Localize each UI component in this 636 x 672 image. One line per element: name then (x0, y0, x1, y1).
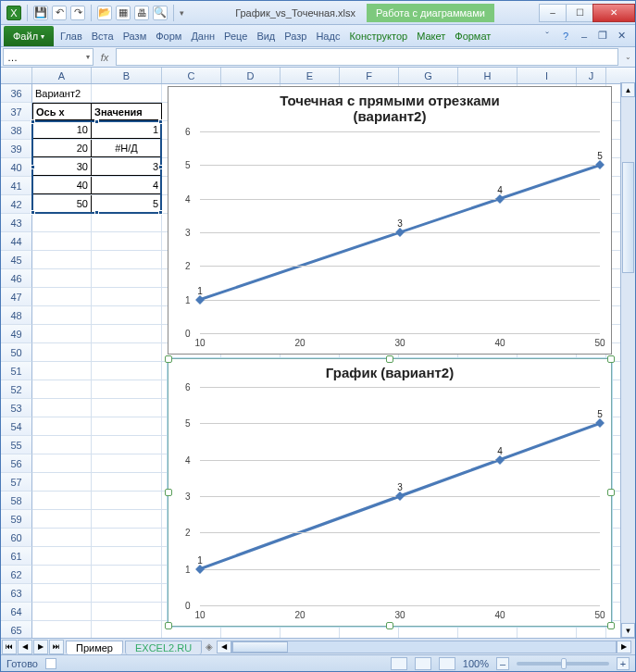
cell[interactable] (32, 232, 92, 250)
col-C[interactable]: C (162, 68, 221, 83)
sheet-nav-next[interactable]: ▶ (33, 640, 48, 654)
cell[interactable] (92, 529, 162, 546)
cell[interactable] (32, 454, 92, 472)
sheet-nav-last[interactable]: ⏭ (49, 640, 64, 654)
sheet-nav-first[interactable]: ⏮ (2, 640, 17, 654)
macro-record-icon[interactable] (45, 658, 56, 669)
cell[interactable] (92, 454, 162, 472)
cell[interactable] (32, 492, 92, 509)
cell[interactable] (92, 584, 162, 602)
tab-addins[interactable]: Надс (311, 25, 344, 46)
row-header[interactable]: 50 (1, 343, 32, 362)
cell[interactable]: Значения (92, 103, 162, 120)
cell[interactable] (32, 288, 92, 305)
cell[interactable]: 20 (32, 140, 92, 157)
tab-insert[interactable]: Вста (87, 25, 118, 46)
row-header[interactable]: 55 (1, 436, 32, 454)
row-header[interactable]: 49 (1, 325, 32, 343)
cell[interactable]: 3 (92, 158, 162, 176)
cell[interactable] (92, 214, 162, 231)
hscroll-left[interactable]: ◀ (217, 641, 231, 653)
cell[interactable] (32, 343, 92, 361)
row-header[interactable]: 64 (1, 603, 32, 621)
qat-dropdown-icon[interactable]: ▾ (180, 8, 184, 18)
redo-icon[interactable]: ↷ (70, 6, 85, 20)
cell[interactable] (32, 603, 92, 620)
row-header[interactable]: 42 (1, 195, 32, 214)
cell[interactable] (92, 232, 162, 250)
cell[interactable]: 4 (92, 177, 162, 194)
hscroll-thumb[interactable] (232, 641, 288, 653)
cell[interactable]: Ось х (32, 103, 92, 120)
zoom-in-button[interactable]: + (617, 657, 630, 670)
cell[interactable] (92, 288, 162, 305)
row-header[interactable]: 38 (1, 121, 32, 140)
row-header[interactable]: 57 (1, 473, 32, 492)
hscroll-right[interactable]: ▶ (617, 641, 631, 653)
open-icon[interactable]: 📂 (97, 6, 112, 20)
cell[interactable]: 40 (32, 177, 92, 194)
cell[interactable] (92, 492, 162, 509)
row-header[interactable]: 65 (1, 621, 32, 640)
close-button[interactable]: ✕ (592, 4, 635, 22)
cell[interactable] (92, 343, 162, 361)
cell[interactable] (92, 436, 162, 454)
tab-home[interactable]: Глав (56, 25, 87, 46)
cell[interactable] (32, 362, 92, 380)
cell[interactable]: 1 (92, 121, 162, 139)
cell[interactable] (32, 584, 92, 602)
scroll-down-button[interactable]: ▼ (621, 623, 635, 638)
cell[interactable] (92, 362, 162, 380)
row-header[interactable]: 56 (1, 454, 32, 473)
row-header[interactable]: 61 (1, 547, 32, 566)
row-header[interactable]: 43 (1, 214, 32, 232)
col-J[interactable]: J (577, 68, 606, 83)
row-header[interactable]: 41 (1, 177, 32, 195)
cell[interactable] (32, 251, 92, 268)
cell[interactable] (92, 510, 162, 528)
row-header[interactable]: 40 (1, 158, 32, 177)
cell[interactable] (92, 306, 162, 324)
cell[interactable] (92, 251, 162, 268)
cell[interactable] (32, 621, 92, 639)
cell[interactable] (92, 473, 162, 491)
cell[interactable] (92, 84, 162, 102)
ribbon-minimize-icon[interactable]: ˇ (541, 30, 554, 43)
cell[interactable] (32, 547, 92, 565)
maximize-button[interactable]: ☐ (566, 4, 593, 22)
vertical-scrollbar[interactable]: ▲ ▼ (620, 82, 635, 638)
cell[interactable] (32, 436, 92, 454)
print-icon[interactable]: 🖶 (134, 6, 149, 20)
col-D[interactable]: D (221, 68, 281, 83)
workbook-min-icon[interactable]: – (578, 30, 591, 43)
row-header[interactable]: 60 (1, 529, 32, 547)
row-header[interactable]: 37 (1, 103, 32, 121)
cell[interactable]: 5 (92, 195, 162, 213)
tab-pagelayout[interactable]: Разм (118, 25, 152, 46)
cell[interactable] (32, 529, 92, 546)
cell[interactable] (92, 417, 162, 435)
cell[interactable] (32, 306, 92, 324)
col-G[interactable]: G (399, 68, 458, 83)
cell[interactable] (92, 325, 162, 342)
tab-chart-format[interactable]: Формат (450, 25, 495, 46)
zoom-slider[interactable] (517, 662, 609, 666)
tab-chart-layout[interactable]: Макет (412, 25, 450, 46)
file-tab[interactable]: Файл▾ (4, 26, 54, 46)
new-icon[interactable]: ▦ (116, 6, 131, 20)
cell[interactable] (92, 380, 162, 398)
cell[interactable] (32, 214, 92, 231)
col-E[interactable]: E (281, 68, 340, 83)
cell[interactable]: #Н/Д (92, 140, 162, 157)
sheet-nav-prev[interactable]: ◀ (18, 640, 32, 654)
cell[interactable]: Вариант2 (32, 84, 92, 102)
row-header[interactable]: 39 (1, 140, 32, 158)
cell[interactable]: 10 (32, 121, 92, 139)
row-header[interactable]: 47 (1, 288, 32, 306)
cell[interactable] (32, 269, 92, 287)
row-header[interactable]: 54 (1, 417, 32, 436)
col-B[interactable]: B (92, 68, 162, 83)
cell[interactable] (92, 566, 162, 583)
cell[interactable] (32, 399, 92, 417)
vscroll-thumb[interactable] (622, 162, 634, 273)
